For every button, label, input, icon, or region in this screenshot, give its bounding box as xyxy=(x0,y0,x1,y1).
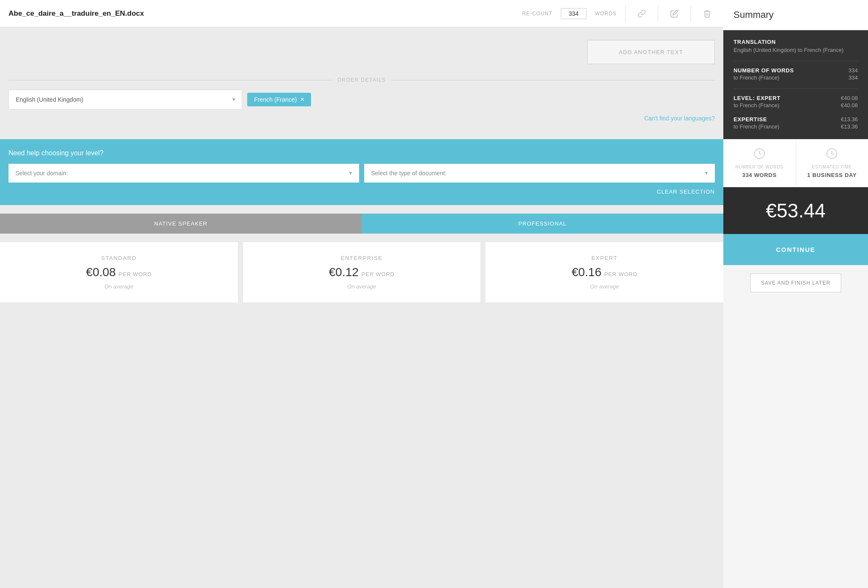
pricing-cards: STANDARD €0.08 PER WORD On average ENTER… xyxy=(0,242,723,311)
summary-expertise-to-label: to French (France) xyxy=(734,123,779,130)
summary-words-value: 334 xyxy=(848,67,858,74)
expert-price: €0.16 PER WORD xyxy=(571,265,637,279)
add-another-text-button[interactable]: ADD ANOTHER TEXT xyxy=(587,40,715,64)
domain-select-wrapper: Select your domain: ▼ xyxy=(9,164,359,183)
icon-divider-2 xyxy=(658,5,658,22)
target-language-area: French (France) × xyxy=(247,90,715,109)
document-type-select[interactable]: Select the type of document: xyxy=(364,164,715,183)
file-header: Abe_ce_daire_a__traduire_en_EN.docx RE-C… xyxy=(0,0,723,27)
source-language-wrapper: English (United Kingdom) ▼ xyxy=(9,90,242,109)
summary-translation-label: TRANSLATION xyxy=(734,39,858,45)
expert-title: EXPERT xyxy=(591,255,617,261)
stat-time-label: ESTIMATED TIME xyxy=(812,165,852,169)
cant-find-link-area: Can't find your languages? xyxy=(9,114,715,122)
pricing-card-expert[interactable]: EXPERT €0.16 PER WORD On average xyxy=(485,242,723,303)
summary-title: Summary xyxy=(723,0,868,30)
summary-words-to-label: to French (France) xyxy=(734,74,779,81)
summary-expertise-section: EXPERTISE €13.36 to French (France) €13.… xyxy=(734,116,858,130)
save-later-button[interactable]: SAVE AND FINISH LATER xyxy=(750,274,841,292)
stat-words-value: 334 WORDS xyxy=(742,172,777,178)
document-type-select-wrapper: Select the type of document: ▼ xyxy=(364,164,715,183)
summary-words-section: NUMBER OF WORDS 334 to French (France) 3… xyxy=(734,67,858,81)
tab-professional[interactable]: PROFESSIONAL xyxy=(362,214,723,234)
help-level-selects: Select your domain: ▼ Select the type of… xyxy=(9,164,715,183)
words-label: WORDS xyxy=(595,11,617,17)
summary-divider-2 xyxy=(734,88,858,89)
cant-find-languages-link[interactable]: Can't find your languages? xyxy=(644,115,715,122)
standard-per-word: PER WORD xyxy=(119,271,152,277)
enterprise-title: ENTERPRISE xyxy=(341,255,383,261)
summary-level-price: €40.08 xyxy=(841,95,858,101)
word-count-input[interactable] xyxy=(561,8,586,19)
stat-words: NUMBER OF WORDS 334 WORDS xyxy=(723,139,796,187)
order-details-section: ORDER DETAILS English (United Kingdom) ▼… xyxy=(0,73,723,139)
expert-average: On average xyxy=(590,283,619,290)
summary-level-section: LEVEL: EXPERT €40.08 to French (France) … xyxy=(734,95,858,108)
link-icon[interactable] xyxy=(634,6,649,21)
standard-price: €0.08 PER WORD xyxy=(86,265,152,279)
recount-label: RE-COUNT xyxy=(522,11,552,17)
summary-divider-1 xyxy=(734,61,858,61)
help-level-title: Need help choosing your level? xyxy=(9,149,715,157)
summary-level-to-row: to French (France) €40.08 xyxy=(734,102,858,108)
level-tabs: NATIVE SPEAKER PROFESSIONAL xyxy=(0,214,723,234)
summary-words-row: NUMBER OF WORDS 334 xyxy=(734,67,858,74)
summary-words-label: NUMBER OF WORDS xyxy=(734,67,794,74)
expert-per-word: PER WORD xyxy=(604,271,637,277)
delete-icon[interactable] xyxy=(700,6,715,21)
summary-expertise-price: €13.36 xyxy=(841,116,858,123)
pricing-card-standard[interactable]: STANDARD €0.08 PER WORD On average xyxy=(0,242,238,303)
enterprise-price: €0.12 PER WORD xyxy=(329,265,395,279)
summary-expertise-row: EXPERTISE €13.36 xyxy=(734,116,858,123)
target-language-tag-label: French (France) xyxy=(254,96,297,103)
standard-title: STANDARD xyxy=(101,255,137,261)
enterprise-per-word: PER WORD xyxy=(362,271,395,277)
continue-button[interactable]: CONTINUE xyxy=(723,234,868,265)
add-text-area: ADD ANOTHER TEXT xyxy=(0,27,723,73)
summary-expertise-to-price: €13.36 xyxy=(841,123,858,130)
sidebar: Summary TRANSLATION English (United King… xyxy=(723,0,868,588)
summary-expertise-label: EXPERTISE xyxy=(734,116,767,123)
standard-average: On average xyxy=(104,283,133,290)
target-language-remove-icon[interactable]: × xyxy=(300,96,304,103)
target-language-tag: French (France) × xyxy=(247,93,311,106)
summary-level-to-price: €40.08 xyxy=(841,102,858,108)
summary-level-to-label: to French (France) xyxy=(734,102,779,108)
icon-divider xyxy=(625,5,625,22)
summary-translation-section: TRANSLATION English (United Kingdom) to … xyxy=(734,39,858,53)
domain-select[interactable]: Select your domain: xyxy=(9,164,359,183)
summary-words-to-value: 334 xyxy=(848,74,858,81)
total-price-section: €53.44 xyxy=(723,187,868,234)
summary-translation-detail: English (United Kingdom) to French (Fran… xyxy=(734,47,858,53)
stats-row: NUMBER OF WORDS 334 WORDS ESTIMATED TIME… xyxy=(723,139,868,187)
icon-divider-3 xyxy=(691,5,691,22)
source-language-select[interactable]: English (United Kingdom) xyxy=(9,90,242,109)
total-price: €53.44 xyxy=(734,199,858,222)
clear-selection-button[interactable]: CLEAR SELECTION xyxy=(9,188,715,195)
save-later-section: SAVE AND FINISH LATER xyxy=(723,265,868,301)
stat-words-label: NUMBER OF WORDS xyxy=(735,165,783,169)
summary-details: TRANSLATION English (United Kingdom) to … xyxy=(723,30,868,139)
edit-icon[interactable] xyxy=(667,6,682,21)
enterprise-average: On average xyxy=(347,283,376,290)
tab-native-speaker[interactable]: NATIVE SPEAKER xyxy=(0,214,362,234)
words-stat-icon xyxy=(754,148,765,162)
stat-time-value: 1 BUSINESS DAY xyxy=(807,172,857,178)
order-details-label: ORDER DETAILS xyxy=(9,77,715,83)
summary-expertise-to-row: to French (France) €13.36 xyxy=(734,123,858,130)
time-stat-icon xyxy=(826,148,838,162)
summary-level-row: LEVEL: EXPERT €40.08 xyxy=(734,95,858,101)
pricing-card-enterprise[interactable]: ENTERPRISE €0.12 PER WORD On average xyxy=(243,242,481,303)
stat-time: ESTIMATED TIME 1 BUSINESS DAY xyxy=(796,139,868,187)
file-name: Abe_ce_daire_a__traduire_en_EN.docx xyxy=(9,9,514,18)
summary-words-to-row: to French (France) 334 xyxy=(734,74,858,81)
language-row: English (United Kingdom) ▼ French (Franc… xyxy=(9,90,715,109)
help-level-section: Need help choosing your level? Select yo… xyxy=(0,139,723,205)
summary-level-label: LEVEL: EXPERT xyxy=(734,95,780,101)
